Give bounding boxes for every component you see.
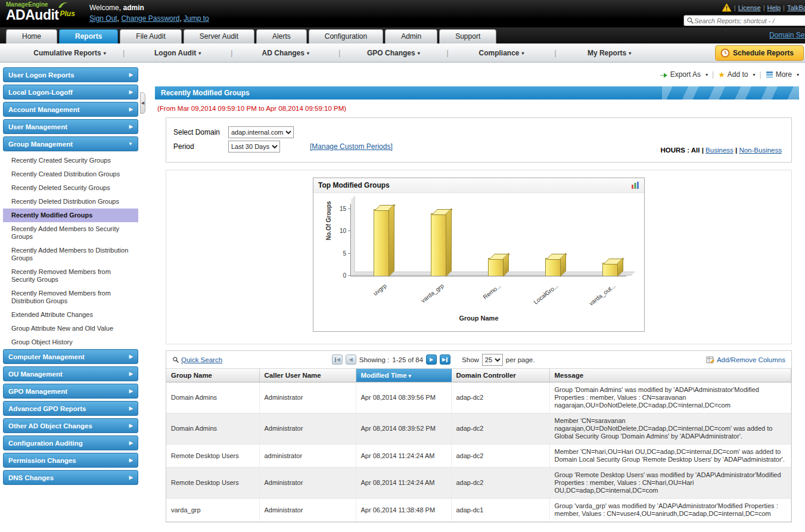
sign-out-link[interactable]: Sign Out bbox=[89, 14, 117, 23]
y-tick-mark bbox=[348, 209, 351, 209]
table-row[interactable]: varda_grpAdministratorApr 06,2014 11:38:… bbox=[166, 499, 791, 522]
add-to-button[interactable]: ★ Add to▾ bbox=[718, 70, 755, 79]
subnav-menu-ad-changes[interactable]: AD Changes▾ bbox=[232, 49, 338, 57]
sidebar-item-recently-added-members-to-distribution-groups[interactable]: Recently Added Members to Distribution G… bbox=[3, 244, 138, 265]
tab-support[interactable]: Support bbox=[439, 29, 496, 43]
sidebar-item-group-attribute-new-and-old-value[interactable]: Group Attribute New and Old Value bbox=[3, 322, 138, 335]
column-header-group-name[interactable]: Group Name bbox=[166, 369, 259, 382]
x-axis-title: Group Name bbox=[316, 315, 642, 322]
separator: | bbox=[783, 4, 785, 11]
chart-bar-varda-grp[interactable] bbox=[431, 213, 446, 276]
column-header-caller-user-name[interactable]: Caller User Name bbox=[259, 369, 356, 382]
schedule-reports-button[interactable]: Schedule Reports bbox=[715, 45, 804, 61]
sidebar-section-local-logon-logoff[interactable]: Local Logon-Logoff▶ bbox=[3, 85, 138, 99]
separator: | bbox=[763, 4, 765, 11]
table-row[interactable]: Remote Desktop UsersadministratorApr 08,… bbox=[166, 444, 791, 468]
tab-admin[interactable]: Admin bbox=[385, 29, 437, 43]
export-as-button[interactable]: Export As▾ bbox=[660, 70, 708, 79]
tab-file-audit[interactable]: File Audit bbox=[120, 29, 181, 43]
domain-settings-link[interactable]: Domain Settings bbox=[769, 31, 805, 39]
sidebar-section-gpo-management[interactable]: GPO Management▶ bbox=[3, 384, 138, 399]
sidebar-section-user-logon-reports[interactable]: User Logon Reports▶ bbox=[3, 67, 138, 82]
tab-reports[interactable]: Reports bbox=[59, 29, 118, 43]
top-header-bar: ManageEngine ADAuditPlus Welcome, admin … bbox=[0, 0, 805, 27]
table-row[interactable]: Domain AdminsAdministratorApr 08,2014 08… bbox=[166, 413, 791, 444]
more-button[interactable]: More▾ bbox=[766, 70, 799, 79]
tab-configuration[interactable]: Configuration bbox=[309, 29, 383, 43]
talkback-link[interactable]: TalkBack bbox=[787, 4, 805, 11]
sidebar-item-extended-attribute-changes[interactable]: Extended Attribute Changes bbox=[3, 308, 138, 322]
sidebar-section-group-management[interactable]: Group Management▼ bbox=[3, 136, 138, 151]
period-select[interactable]: Last 30 Days bbox=[228, 141, 280, 153]
warning-icon[interactable] bbox=[722, 3, 732, 12]
first-page-button[interactable]: ◀ bbox=[332, 354, 343, 365]
sidebar-item-recently-created-security-groups[interactable]: Recently Created Security Groups bbox=[3, 154, 138, 167]
sidebar-item-recently-created-distribution-groups[interactable]: Recently Created Distribution Groups bbox=[3, 167, 138, 181]
sidebar-section-configuration-auditing[interactable]: Configuration Auditing▶ bbox=[3, 435, 138, 450]
subnav-menu-compliance[interactable]: Compliance▾ bbox=[449, 49, 555, 57]
help-link[interactable]: Help bbox=[767, 4, 781, 11]
subnav-menu-cumulative-reports[interactable]: Cumulative Reports▾ bbox=[17, 49, 123, 57]
sidebar-item-group-object-history[interactable]: Group Object History bbox=[3, 335, 138, 349]
change-password-link[interactable]: Change Password bbox=[121, 14, 179, 23]
chart-bar-varda-out[interactable] bbox=[602, 263, 618, 276]
chart-bar-localgro[interactable] bbox=[545, 258, 561, 276]
subnav-menu-my-reports[interactable]: My Reports▾ bbox=[557, 49, 663, 57]
chevron-down-icon: ▾ bbox=[104, 51, 106, 56]
last-page-button[interactable]: ▶ bbox=[440, 354, 450, 365]
cell-modified-time: Apr 08,2014 11:24:24 AM bbox=[356, 444, 451, 468]
search-input[interactable] bbox=[694, 17, 805, 24]
chart-title-row: Top Modified Groups bbox=[313, 178, 644, 193]
subnav-menu-label: Logon Audit bbox=[154, 49, 196, 57]
sidebar-section-account-management[interactable]: Account Management▶ bbox=[3, 102, 138, 117]
sidebar-item-recently-removed-members-from-security-groups[interactable]: Recently Removed Members from Security G… bbox=[3, 265, 138, 287]
select-domain-label: Select Domain bbox=[173, 128, 225, 136]
jump-to-link[interactable]: Jump to bbox=[184, 14, 209, 23]
report-main-area: Export As▾ | ★ Add to▾ | More▾ Recently … bbox=[141, 63, 805, 532]
subnav-menu-logon-audit[interactable]: Logon Audit▾ bbox=[125, 49, 231, 57]
sidebar-item-recently-removed-members-from-distribution-groups[interactable]: Recently Removed Members from Distributi… bbox=[3, 287, 138, 308]
license-link[interactable]: License bbox=[738, 4, 761, 11]
table-row[interactable]: Remote Desktop UsersAdministratorApr 08,… bbox=[166, 468, 791, 499]
manage-custom-periods-link[interactable]: [Manage Custom Periods] bbox=[310, 142, 393, 151]
sidebar-section-label: Advanced GPO Reports bbox=[8, 405, 86, 412]
sidebar-item-recently-added-members-to-security-groups[interactable]: Recently Added Members to Security Group… bbox=[3, 222, 138, 244]
hours-non-business-link[interactable]: Non-Business bbox=[739, 147, 782, 154]
sidebar-item-recently-modified-groups[interactable]: Recently Modified Groups bbox=[3, 209, 138, 222]
sidebar-section-computer-management[interactable]: Computer Management▶ bbox=[3, 349, 138, 364]
next-page-button[interactable]: ▶ bbox=[426, 354, 437, 365]
sidebar-item-recently-deleted-security-groups[interactable]: Recently Deleted Security Groups bbox=[3, 181, 138, 195]
hours-all[interactable]: All bbox=[691, 147, 700, 154]
export-icon bbox=[660, 71, 668, 79]
column-header-message[interactable]: Message bbox=[549, 369, 791, 382]
chevron-right-icon: ▶ bbox=[129, 72, 133, 77]
subnav-menu-gpo-changes[interactable]: GPO Changes▾ bbox=[340, 49, 446, 57]
sidebar-section-other-ad-object-changes[interactable]: Other AD Object Changes▶ bbox=[3, 418, 138, 433]
column-header-modified-time[interactable]: Modified Time▾ bbox=[356, 369, 451, 382]
tab-home[interactable]: Home bbox=[6, 29, 57, 43]
chart-bar-uvgrp[interactable] bbox=[374, 209, 389, 276]
previous-page-button[interactable]: ◀ bbox=[346, 354, 356, 365]
sidebar-section-user-management[interactable]: User Management▶ bbox=[3, 119, 138, 134]
column-header-domain-controller[interactable]: Domain Controller bbox=[451, 369, 549, 382]
add-remove-columns-button[interactable]: Add/Remove Columns bbox=[706, 356, 785, 364]
showing-range: 1-25 of 84 bbox=[392, 356, 423, 363]
tab-alerts[interactable]: Alerts bbox=[256, 29, 307, 43]
page-title: Recently Modified Groups bbox=[161, 89, 250, 97]
chart-bar-remo[interactable] bbox=[488, 258, 503, 276]
hours-business-link[interactable]: Business bbox=[705, 147, 733, 154]
sidebar-section-ou-management[interactable]: OU Management▶ bbox=[3, 366, 138, 381]
sidebar-collapse-handle[interactable]: ◀ bbox=[140, 92, 145, 114]
sidebar-section-permission-changes[interactable]: Permission Changes▶ bbox=[3, 453, 138, 468]
report-toolbar: Export As▾ | ★ Add to▾ | More▾ bbox=[155, 66, 799, 83]
tab-server-audit[interactable]: Server Audit bbox=[184, 29, 254, 43]
sidebar-item-recently-deleted-distribution-groups[interactable]: Recently Deleted Distribution Groups bbox=[3, 195, 138, 209]
sidebar-section-dns-changes[interactable]: DNS Changes▶ bbox=[3, 470, 138, 485]
domain-select[interactable]: adap.internal.com bbox=[228, 126, 294, 138]
chart-type-icon[interactable] bbox=[631, 181, 639, 189]
table-row[interactable]: Domain AdminsAdministratorApr 08,2014 08… bbox=[166, 382, 791, 413]
sidebar-section-advanced-gpo-reports[interactable]: Advanced GPO Reports▶ bbox=[3, 401, 138, 416]
page-size-select[interactable]: 25 bbox=[482, 354, 503, 366]
global-search-box[interactable] bbox=[683, 15, 805, 26]
quick-search-button[interactable]: Quick Search bbox=[172, 356, 222, 363]
